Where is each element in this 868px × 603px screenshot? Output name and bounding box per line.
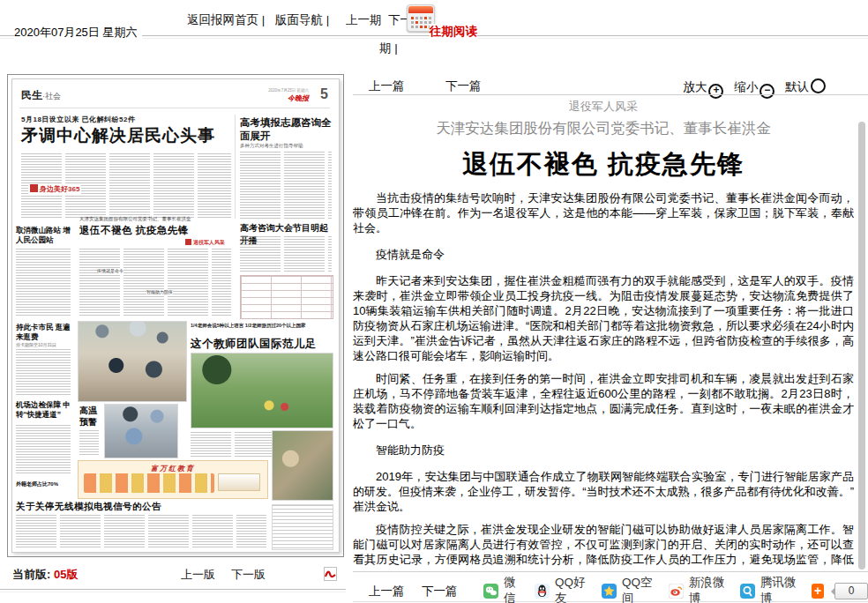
link-next-issue-wrapped[interactable]: 期 |: [379, 41, 398, 56]
thumb-text-block: [79, 430, 99, 457]
thumb-center-sec1: 疫情就是命令: [97, 268, 123, 273]
article-kicker: 退役军人风采: [353, 99, 854, 115]
thumb-logo-365: 身边美好365: [28, 183, 81, 195]
share-count: 0: [834, 583, 868, 599]
share-tencent-weibo[interactable]: 腾讯微博: [760, 575, 801, 603]
thumb-text-block: [79, 249, 231, 316]
page-thumbnail-image[interactable]: 民生·社会 2020年7月25日 星期六今晚报 5 5月18日设立以来 已化解纠…: [11, 78, 340, 553]
left-bottom-divider: [0, 589, 346, 592]
thumb-photo-grass: [191, 353, 333, 428]
thumb-ad-product: [218, 473, 260, 491]
next-article-button-bottom[interactable]: 下一篇: [422, 584, 458, 599]
article-title: 退伍不褪色 抗疫急先锋: [353, 147, 854, 182]
thumb-text-block: [16, 425, 71, 474]
thumb-center-sec2: 智能助力防疫: [146, 289, 173, 294]
zoom-reset-icon[interactable]: [811, 78, 826, 93]
share-bar-divider: [353, 571, 868, 572]
thumb-page-number: 5: [320, 86, 328, 102]
thumb-section-title: 民生·社会: [21, 88, 61, 103]
article-subtitle: 天津安达集团股份有限公司党委书记、董事长崔洪金: [353, 119, 854, 138]
zoom-controls: 放大 缩小 默认: [683, 78, 833, 99]
next-page-button[interactable]: 下一版: [231, 567, 266, 583]
thumb-teacher-kicker: 1/4老师会说5种以上语言 1/2老师游历过20个以上国家: [191, 323, 333, 329]
thumb-photo-umbrellas: [104, 404, 178, 458]
thumb-schedule-table: [240, 275, 333, 319]
thumb-text-block: [16, 515, 266, 548]
thumb-left2-headline[interactable]: 持此卡市民 逛遍来逛费: [16, 323, 72, 341]
thumb-veteran-badge: 退役军人风采: [185, 239, 225, 247]
thumb-right1-headline[interactable]: 高考填报志愿咨询全面展开: [240, 116, 332, 143]
prev-article-button-top[interactable]: 上一篇: [369, 78, 405, 94]
thumb-ad: 富万红教育: [78, 460, 268, 499]
thumb-notice-headline[interactable]: 关于关停无线模拟电视信号的公告: [16, 501, 161, 513]
qq-icon[interactable]: [535, 584, 550, 599]
article-scrollbar[interactable]: [858, 122, 865, 570]
link-prev-issue[interactable]: 上一期: [346, 12, 382, 28]
thumb-heat-warning: 高温预警: [79, 406, 97, 428]
thumb-ad-decoration: [84, 473, 214, 493]
share-qq[interactable]: QQ好友: [555, 575, 591, 603]
thumb-lead-kicker: 5月18日设立以来 已化解纠纷52件: [21, 115, 135, 124]
article-paragraph: 疫情防控关键之际，崔洪金发现企业研发的智能门磁可以协助做好返津人员居家隔离工作。…: [353, 522, 854, 568]
sina-weibo-icon[interactable]: [669, 584, 684, 599]
page-thumbnail[interactable]: 民生·社会 2020年7月25日 星期六今晚报 5 5月18日设立以来 已化解纠…: [7, 74, 344, 557]
thumb-masthead-rule: [19, 108, 330, 108]
thumb-teacher-headline[interactable]: 这个教师团队国际范儿足: [191, 337, 317, 352]
thumb-right1-sub: 多种方式对考生进行指导帮助: [240, 143, 332, 149]
thumb-info-box: [272, 504, 333, 550]
thumb-left1-headline[interactable]: 取消微山路站 增人民公园站: [16, 226, 72, 244]
share-more-button[interactable]: +: [812, 584, 824, 599]
article-paragraph: 时间紧、任务重，在接到任务的第一时间，崔洪金立即安排司机和车辆，凌晨就出发赶到石…: [353, 371, 854, 431]
link-home[interactable]: 返回报网首页 |: [187, 12, 265, 28]
toolbar-divider: [353, 94, 868, 95]
wechat-icon[interactable]: [483, 584, 498, 599]
share-wechat[interactable]: 微信: [504, 575, 524, 603]
thumb-col-rule: [235, 115, 236, 219]
share-sina-weibo[interactable]: 新浪微博: [689, 575, 730, 603]
thumb-text-block: [240, 236, 332, 272]
issue-date: 2020年07月25日 星期六: [14, 25, 142, 42]
thumb-ad-brand: 富万红教育: [79, 464, 267, 473]
thumb-center-kicker: 天津安达集团股份有限公司党委书记、董事长崔洪金: [79, 216, 231, 222]
article-paragraph: 2019年，安达集团与中国联通合作成立了物联网智能终端联合实验室，专门进行智能居…: [353, 469, 854, 514]
article-section-heading: 智能助力防疫: [353, 443, 854, 458]
zoom-reset-button[interactable]: 默认: [785, 80, 833, 93]
link-past-issues[interactable]: 往期阅读: [430, 24, 477, 40]
thumb-text-block: [240, 152, 332, 219]
article-section-heading: 疫情就是命令: [353, 247, 854, 262]
article-paragraph: 昨天记者来到安达集团，握住崔洪金粗糙而强有力的双手就能感受到，这是军人的双手。疫…: [353, 273, 854, 363]
current-page-label: 当前版: 05版: [12, 567, 78, 583]
thumb-text-block: [16, 349, 71, 395]
thumb-photo-street: [78, 321, 187, 402]
article-paragraph: 当抗击疫情的集结号吹响时，天津安达集团股份有限公司党委书记、董事长崔洪金闻令而动…: [353, 190, 854, 235]
epaper-reader: 2020年07月25日 星期六 返回报网首页 | 版面导航 | 上一期 下一 期…: [0, 0, 868, 603]
share-qzone[interactable]: QQ空间: [622, 575, 658, 603]
thumb-teacher-sub: 外籍老师占比70%: [16, 481, 74, 488]
link-page-navigation[interactable]: 版面导航 |: [275, 12, 329, 28]
prev-page-button[interactable]: 上一版: [181, 567, 215, 583]
article-view: 退役军人风采 天津安达集团股份有限公司党委书记、董事长崔洪金 退伍不褪色 抗疫急…: [353, 97, 854, 568]
prev-article-button-bottom[interactable]: 上一篇: [369, 584, 405, 599]
zoom-out-button[interactable]: 缩小: [734, 80, 782, 93]
qzone-icon[interactable]: [602, 584, 617, 599]
thumb-left3-headline[interactable]: 机场边检保障 中转“快捷通道”: [16, 400, 72, 419]
thumb-center-headline[interactable]: 退伍不褪色 抗疫急先锋: [79, 224, 189, 237]
tencent-weibo-icon[interactable]: [740, 584, 755, 599]
article-body: 当抗击疫情的集结号吹响时，天津安达集团股份有限公司党委书记、董事长崔洪金闻令而动…: [353, 190, 854, 568]
pdf-icon[interactable]: [323, 566, 338, 582]
current-page-value: 05版: [54, 568, 78, 581]
thumb-masthead-meta: 2020年7月25日 星期六今晚报: [176, 88, 309, 103]
thumb-lead-headline[interactable]: 矛调中心解决居民心头事: [21, 124, 215, 147]
thumb-left2-sub: 持卡期限至10月31日: [16, 342, 56, 347]
zoom-in-button[interactable]: 放大: [683, 80, 730, 93]
next-article-button-top[interactable]: 下一篇: [445, 78, 482, 94]
share-bar: 微信 QQ好友 QQ空间 新浪微博 腾讯微博 + 0: [483, 582, 868, 599]
thumb-text-block: [16, 249, 71, 316]
thumb-photo-library: [272, 430, 333, 501]
